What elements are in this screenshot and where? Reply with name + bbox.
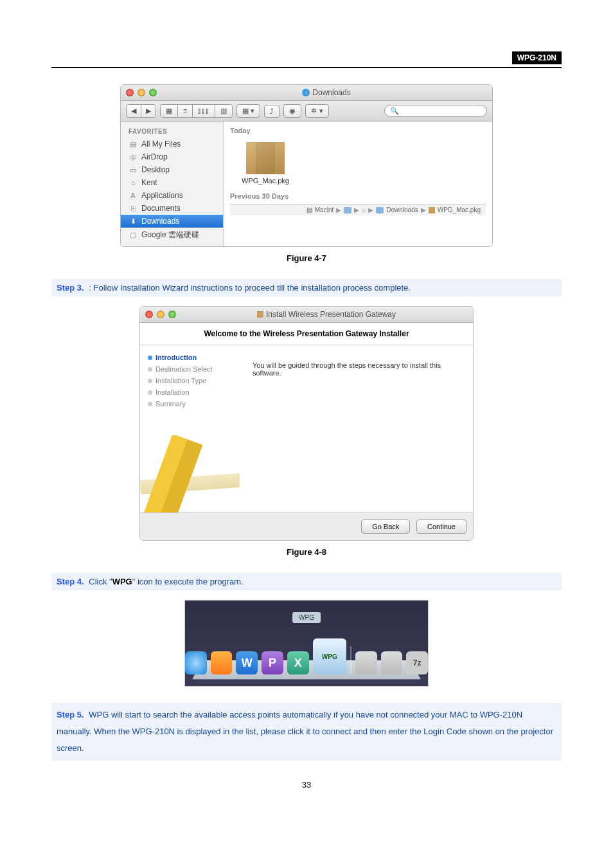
finder-sidebar: FAVORITES ▤All My Files ◎AirDrop ▭Deskto… [121, 122, 224, 246]
nav-installation: Installation [148, 386, 240, 398]
figure-caption: Figure 4-8 [51, 547, 562, 557]
downloads-title-icon: ↓ [302, 89, 310, 96]
header-rule [51, 67, 562, 68]
minimize-icon[interactable] [157, 311, 164, 318]
sidebar-item-airdrop[interactable]: ◎AirDrop [121, 150, 223, 163]
sidebar-item-applications[interactable]: AApplications [121, 189, 223, 202]
icon-view-button[interactable]: ▦ [161, 105, 178, 117]
share-button[interactable]: ⤴ [264, 105, 280, 118]
dock-stack-icon[interactable] [381, 651, 403, 674]
back-button[interactable]: ◀ [127, 105, 141, 117]
traffic-lights [145, 311, 176, 318]
zoom-icon[interactable] [149, 89, 157, 96]
finder-titlebar: ↓ Downloads [121, 85, 492, 101]
dock-icons: W P X WPG 7z [185, 638, 428, 674]
close-icon[interactable] [145, 311, 153, 318]
installer-footer: Go Back Continue [140, 512, 473, 540]
sidebar-item-documents[interactable]: ⎘Documents [121, 202, 223, 215]
step-dot-icon [148, 390, 152, 395]
file-tile[interactable]: WPG_Mac.pkg [230, 138, 301, 188]
finder-toolbar: ◀ ▶ ▦ ≡ ⫿⫿⫿ ▥ ▦ ▾ ⤴ ◉ ✲ ▾ 🔍 [121, 101, 492, 122]
package-icon [429, 207, 435, 213]
list-view-button[interactable]: ≡ [178, 105, 193, 117]
step-text-prefix: Click " [89, 577, 112, 586]
dock-app-icon[interactable] [211, 651, 233, 674]
downloads-icon: ⬇ [129, 217, 138, 226]
window-title: Downloads [312, 88, 350, 97]
sidebar-item-downloads[interactable]: ⬇Downloads [121, 215, 223, 228]
installer-content: You will be guided through the steps nec… [240, 345, 473, 512]
close-icon[interactable] [126, 89, 134, 96]
finder-window: ↓ Downloads ◀ ▶ ▦ ≡ ⫿⫿⫿ ▥ ▦ ▾ ⤴ ◉ ✲ ▾ 🔍 … [120, 84, 493, 247]
arrange-button[interactable]: ▦ ▾ [236, 104, 260, 118]
nav-destination: Destination Select [148, 363, 240, 375]
column-view-button[interactable]: ⫿⫿⫿ [193, 105, 215, 117]
figure-caption: Figure 4-7 [51, 253, 562, 263]
nav-label: Summary [155, 400, 186, 408]
sidebar-item-google-drive[interactable]: ▢Google 雲端硬碟 [121, 228, 223, 242]
path-segment[interactable]: Macint [315, 206, 333, 213]
path-bar: ▤ Macint ▶ ▶ ⌂ ▶ Downloads ▶ WPG_Mac.pkg [230, 204, 486, 215]
search-input[interactable]: 🔍 [384, 105, 487, 117]
nav-label: Introduction [155, 354, 197, 361]
quicklook-button[interactable]: ◉ [283, 104, 301, 118]
home-icon: ⌂ [362, 206, 366, 213]
dock-screenshot: WPG W P X WPG 7z [184, 600, 429, 687]
sidebar-item-desktop[interactable]: ▭Desktop [121, 163, 223, 176]
step-dot-icon [148, 367, 152, 372]
path-segment[interactable]: Downloads [386, 206, 418, 213]
all-files-icon: ▤ [129, 140, 138, 149]
nav-summary: Summary [148, 398, 240, 410]
package-icon [246, 142, 285, 174]
dock-wpg-icon[interactable]: WPG [313, 638, 346, 674]
dock-app-icon[interactable]: P [262, 651, 283, 674]
dock-app-icon[interactable]: X [287, 651, 309, 674]
home-icon: ⌂ [129, 178, 138, 187]
sidebar-item-all-my-files[interactable]: ▤All My Files [121, 138, 223, 150]
applications-icon: A [129, 191, 138, 200]
zoom-icon[interactable] [168, 311, 176, 318]
airdrop-icon: ◎ [129, 152, 138, 161]
sidebar-item-label: AirDrop [141, 152, 168, 161]
chevron-right-icon: ▶ [354, 206, 359, 213]
step-3: Step 3. : Follow Installation Wizard ins… [51, 279, 562, 296]
sidebar-item-kent[interactable]: ⌂Kent [121, 176, 223, 189]
step-dot-icon [148, 356, 152, 360]
step-dot-icon [148, 402, 152, 406]
nav-label: Destination Select [155, 365, 213, 373]
sidebar-item-label: All My Files [141, 140, 181, 149]
sidebar-item-label: Google 雲端硬碟 [141, 230, 199, 240]
view-buttons: ▦ ≡ ⫿⫿⫿ ▥ [160, 104, 233, 118]
installer-subtitle: Welcome to the Wireless Presentation Gat… [140, 323, 473, 345]
path-segment[interactable]: WPG_Mac.pkg [438, 206, 481, 213]
chevron-right-icon: ▶ [421, 206, 426, 213]
installer-titlebar: Install Wireless Presentation Gateway [140, 307, 473, 323]
action-button[interactable]: ✲ ▾ [305, 104, 328, 118]
step-text-suffix: " icon to execute the program. [132, 577, 244, 586]
section-today: Today [230, 125, 486, 138]
sidebar-item-label: Desktop [141, 165, 170, 174]
folder-icon [344, 207, 351, 213]
go-back-button[interactable]: Go Back [361, 520, 410, 534]
step-text: WPG will start to search the available a… [57, 710, 553, 753]
dock-app-icon[interactable]: W [236, 651, 258, 674]
nav-install-type: Installation Type [148, 375, 240, 386]
forward-button[interactable]: ▶ [141, 105, 155, 117]
coverflow-view-button[interactable]: ▥ [215, 105, 232, 117]
package-icon [257, 311, 263, 318]
step-text: : Follow Installation Wizard instruction… [89, 283, 411, 293]
page-number: 33 [51, 780, 562, 790]
folder-icon: ▢ [129, 231, 138, 240]
nav-buttons: ◀ ▶ [126, 104, 156, 118]
dock-stack-icon[interactable] [355, 651, 377, 674]
sidebar-item-label: Downloads [141, 217, 179, 226]
dock-app-icon[interactable] [185, 651, 207, 674]
minimize-icon[interactable] [138, 89, 145, 96]
step-4: Step 4. Click "WPG" icon to execute the … [51, 573, 562, 590]
dock-7z-icon[interactable]: 7z [406, 651, 428, 674]
dock-tooltip: WPG [292, 612, 321, 623]
step-label: Step 4. [57, 577, 84, 586]
installer-window: Install Wireless Presentation Gateway We… [139, 306, 474, 541]
continue-button[interactable]: Continue [416, 520, 466, 534]
installer-artwork [140, 435, 240, 512]
